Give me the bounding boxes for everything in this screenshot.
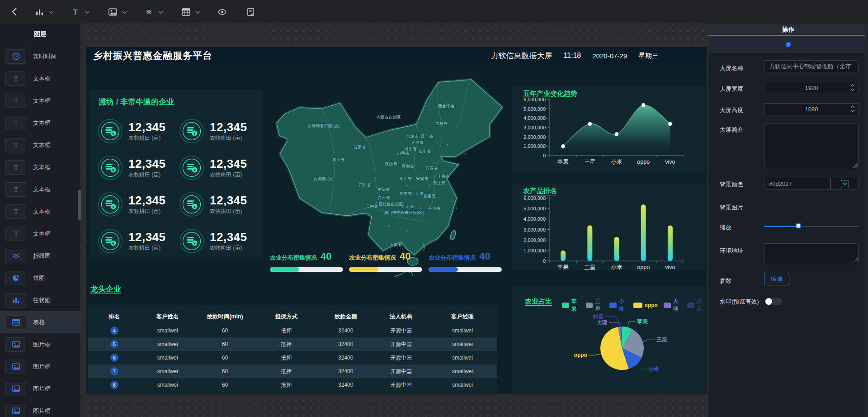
layer-item-label: 饼图 bbox=[33, 274, 45, 282]
chevron-down-icon[interactable] bbox=[85, 8, 90, 16]
layer-item-label: 实时时间 bbox=[33, 52, 57, 61]
svg-text:0: 0 bbox=[543, 258, 546, 264]
bar-chart: 01,000,0002,000,0003,000,0004,000,0005,0… bbox=[512, 195, 705, 272]
inspector-panel: 操作 大屏名称 力软信息中心驾驶管理舱（全市 大屏宽度 1920 大屏高度 10… bbox=[708, 24, 868, 417]
screen-width-input[interactable]: 1920 bbox=[764, 82, 859, 94]
layer-item-label: 图片框 bbox=[33, 341, 51, 349]
map-label-湖南省: 湖南省 bbox=[399, 190, 411, 196]
chevron-down-icon[interactable] bbox=[195, 8, 200, 16]
resize-grip[interactable] bbox=[853, 258, 858, 263]
screen-desc-textarea[interactable] bbox=[764, 123, 859, 169]
stat-label: 农牧耕田 (亩) bbox=[128, 244, 166, 252]
env-url-textarea[interactable] bbox=[764, 243, 859, 264]
toolbar-document-check-button[interactable] bbox=[246, 0, 255, 24]
eye-icon bbox=[217, 7, 226, 16]
layer-item-柱状图-11[interactable]: 柱状图 bbox=[0, 289, 80, 311]
inspector-settings-tab[interactable] bbox=[708, 36, 868, 53]
layer-item-图片框-15[interactable]: 图片框 bbox=[0, 378, 80, 400]
layer-item-文本框-2[interactable]: T文本框 bbox=[0, 90, 80, 112]
chevron-down-icon[interactable] bbox=[158, 8, 163, 16]
height-spinner[interactable] bbox=[850, 105, 855, 112]
screen-height-input[interactable]: 1080 bbox=[764, 103, 859, 115]
map-label-重庆市: 重庆市 bbox=[378, 186, 390, 192]
svg-text:小米: 小米 bbox=[648, 366, 659, 372]
width-spinner[interactable] bbox=[850, 84, 855, 91]
svg-text:oppo: oppo bbox=[574, 352, 587, 358]
toolbar-bar-chart-button[interactable] bbox=[35, 0, 54, 24]
toolbar-table-button[interactable] bbox=[181, 0, 200, 24]
svg-text:T: T bbox=[14, 208, 18, 215]
progress-value: 40 bbox=[479, 251, 490, 262]
table-cell: smallwei bbox=[141, 327, 194, 334]
progress-widget-2[interactable]: 农业分布密集情况40 bbox=[429, 251, 502, 272]
coins-icon: ¥ bbox=[179, 228, 204, 254]
rank-badge: 7 bbox=[110, 367, 118, 375]
layer-item-图片框-13[interactable]: 图片框 bbox=[0, 333, 80, 355]
layer-item-文本框-5[interactable]: T文本框 bbox=[0, 156, 80, 178]
table-cell: 开源中国 bbox=[374, 341, 428, 348]
layer-item-文本框-7[interactable]: T文本框 bbox=[0, 200, 80, 223]
coins-icon: ¥ bbox=[98, 155, 123, 180]
layer-item-图片框-14[interactable]: 图片框 bbox=[0, 355, 80, 378]
resize-grip[interactable] bbox=[853, 163, 858, 168]
slider-thumb[interactable] bbox=[796, 223, 801, 228]
field-label-zoom: 缩放 bbox=[720, 223, 731, 232]
progress-widget-0[interactable]: 农业分布密集情况40 bbox=[270, 251, 343, 272]
inspector-scrollbar[interactable] bbox=[865, 24, 868, 417]
layers-scrollbar-thumb[interactable] bbox=[78, 190, 81, 220]
layer-item-label: 文本框 bbox=[33, 185, 51, 194]
params-edit-button[interactable]: 编辑 bbox=[764, 273, 789, 285]
bg-color-picker-button[interactable] bbox=[830, 178, 859, 190]
layer-item-折线图-9[interactable]: 折线图 bbox=[0, 245, 80, 267]
map-label-黑龙江省: 黑龙江省 bbox=[438, 104, 454, 109]
line-chart-widget[interactable]: 五年产业变化趋势 01,000,0002,000,0003,000,0004,0… bbox=[512, 86, 705, 173]
back-button[interactable] bbox=[8, 0, 21, 24]
stats-widget[interactable]: 潍坊 / 非常牛逼的企业 ¥12,345农牧耕田 (亩)¥12,345农牧耕田 … bbox=[90, 90, 263, 260]
table-widget[interactable]: 排名客户姓名放款时间(min)担保方式放款金额法人机构客户经理4smallwei… bbox=[88, 305, 497, 393]
map-label-西藏自治区: 西藏自治区 bbox=[314, 176, 334, 182]
toolbar-image-button[interactable] bbox=[108, 0, 127, 24]
layer-item-文本框-6[interactable]: T文本框 bbox=[0, 178, 80, 200]
chevron-down-icon[interactable] bbox=[122, 8, 127, 16]
gear-icon bbox=[784, 41, 792, 48]
layer-item-文本框-1[interactable]: T文本框 bbox=[0, 67, 80, 90]
table-cell: 7 bbox=[88, 367, 141, 375]
chevron-down-icon[interactable] bbox=[49, 8, 54, 16]
svg-text:¥: ¥ bbox=[112, 132, 114, 136]
toggle-knob bbox=[765, 298, 772, 305]
dashboard-canvas[interactable]: 乡村振兴普惠金融服务平台 力软信息数据大屏 11:18 2020-07-29 星… bbox=[86, 47, 707, 394]
layer-item-表格-12[interactable]: 表格 bbox=[0, 311, 80, 333]
map-label-新疆维吾尔自治区: 新疆维吾尔自治区 bbox=[308, 123, 340, 128]
svg-text:oppo: oppo bbox=[637, 159, 650, 165]
svg-text:¥: ¥ bbox=[112, 242, 114, 246]
screen-name-input[interactable]: 力软信息中心驾驶管理舱（全市 bbox=[764, 60, 859, 72]
field-label-name: 大屏名称 bbox=[720, 64, 743, 72]
layer-item-饼图-10[interactable]: 饼图 bbox=[0, 267, 80, 289]
svg-text:oppo: oppo bbox=[637, 264, 650, 270]
layer-item-实时时间-0[interactable]: 实时时间 bbox=[0, 45, 80, 67]
layer-item-label: 折线图 bbox=[33, 252, 51, 260]
zoom-slider[interactable] bbox=[764, 224, 859, 229]
chevron-left-icon bbox=[12, 7, 17, 16]
toolbar-component-88-button[interactable]: 88 bbox=[144, 0, 163, 24]
progress-widget-1[interactable]: 农业分布密集情况40 bbox=[349, 251, 422, 272]
pie-chart-icon bbox=[5, 271, 26, 285]
bar-chart-widget[interactable]: 农产品排名 01,000,0002,000,0003,000,0004,000,… bbox=[512, 183, 705, 270]
layer-item-文本框-3[interactable]: T文本框 bbox=[0, 112, 80, 134]
layer-item-文本框-8[interactable]: T文本框 bbox=[0, 223, 80, 245]
layer-item-图片框-16[interactable]: 图片框 bbox=[0, 400, 80, 417]
bg-color-input[interactable]: #0d2027 bbox=[764, 178, 830, 190]
dashboard-header[interactable]: 乡村振兴普惠金融服务平台 力软信息数据大屏 11:18 2020-07-29 星… bbox=[86, 47, 707, 64]
table-row-7: 7smallwei60抵押32400开源中国smallwei bbox=[88, 365, 497, 378]
layer-item-文本框-4[interactable]: T文本框 bbox=[0, 134, 80, 156]
map-label-海南省: 海南省 bbox=[390, 242, 402, 247]
watermark-toggle[interactable] bbox=[765, 298, 782, 305]
stat-item-7: ¥12,345农牧耕田 (亩) bbox=[179, 225, 257, 257]
line-chart-title: 五年产业变化趋势 bbox=[523, 90, 577, 98]
toolbar-eye-button[interactable] bbox=[217, 0, 226, 24]
toolbar-text-button[interactable]: T bbox=[71, 0, 90, 24]
map-label-江苏省: 江苏省 bbox=[426, 165, 438, 171]
pie-chart-widget[interactable]: 农业占比 苹果三星小米oppo大理抖音 苹果三星小米oppo大理抖音 bbox=[512, 286, 705, 394]
table-cell: 32400 bbox=[317, 327, 374, 334]
stat-value: 12,345 bbox=[210, 157, 247, 170]
